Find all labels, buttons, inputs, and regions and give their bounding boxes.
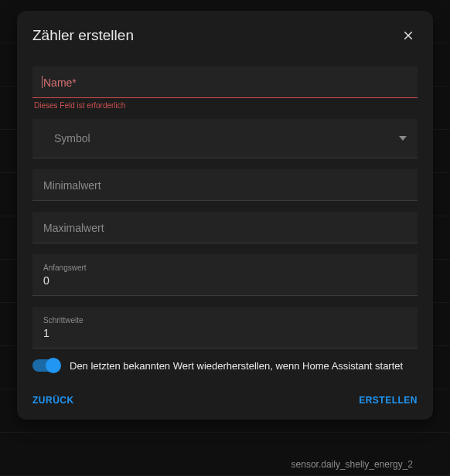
- max-field[interactable]: Maximalwert: [32, 212, 418, 243]
- initial-label: Anfangswert: [43, 264, 407, 272]
- name-error-message: Dieses Feld ist erforderlich: [34, 101, 418, 110]
- restore-toggle-row: Den letzten bekannten Wert wiederherstel…: [32, 359, 418, 372]
- restore-toggle[interactable]: [32, 359, 59, 372]
- min-field[interactable]: Minimalwert: [32, 169, 418, 201]
- create-button[interactable]: ERSTELLEN: [359, 395, 418, 406]
- initial-field[interactable]: Anfangswert 0: [32, 254, 418, 296]
- toggle-knob: [46, 358, 61, 373]
- max-placeholder: Maximalwert: [43, 222, 104, 234]
- text-cursor: [42, 76, 43, 88]
- symbol-field[interactable]: Symbol: [32, 119, 418, 158]
- dialog-actions: ZURÜCK ERSTELLEN: [32, 395, 418, 406]
- restore-toggle-label: Den letzten bekannten Wert wiederherstel…: [70, 360, 403, 372]
- step-value: 1: [43, 327, 49, 339]
- create-counter-dialog: Zähler erstellen Name* Dieses Feld ist e…: [17, 11, 433, 420]
- name-field[interactable]: Name*: [32, 66, 418, 98]
- symbol-placeholder: Symbol: [54, 132, 90, 144]
- back-button[interactable]: ZURÜCK: [32, 395, 74, 406]
- close-icon: [401, 29, 415, 42]
- close-button[interactable]: [399, 26, 418, 45]
- dialog-title: Zähler erstellen: [32, 27, 134, 44]
- chevron-down-icon: [399, 131, 407, 145]
- name-placeholder: Name*: [43, 76, 77, 89]
- dialog-header: Zähler erstellen: [32, 26, 418, 45]
- initial-value: 0: [43, 274, 49, 287]
- step-field[interactable]: Schrittweite 1: [32, 307, 418, 348]
- min-placeholder: Minimalwert: [43, 179, 101, 192]
- footer-entity-id: sensor.daily_shelly_energy_2: [291, 459, 413, 470]
- step-label: Schrittweite: [43, 316, 407, 325]
